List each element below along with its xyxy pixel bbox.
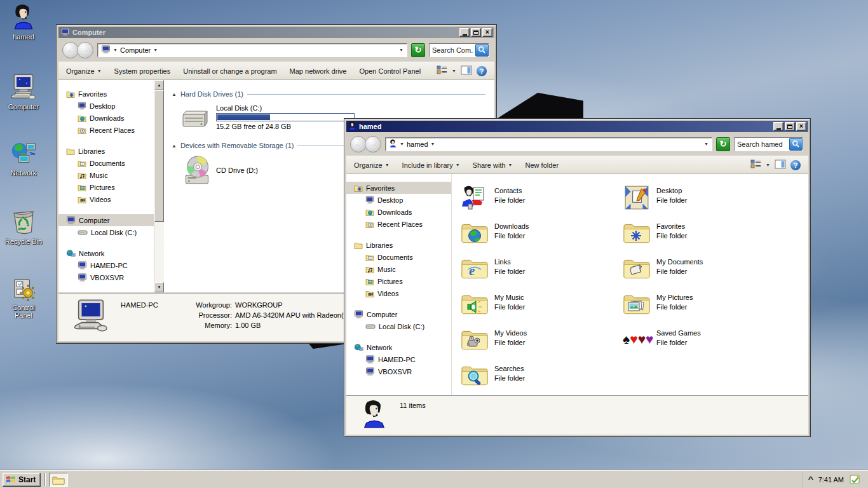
views-dropdown[interactable]: ▼ [766, 163, 770, 167]
sidebar-item-favorites[interactable]: Favorites [346, 182, 451, 194]
sidebar-item-network[interactable]: Network [346, 341, 451, 353]
toolbar-open-control-panel[interactable]: Open Control Panel [359, 67, 421, 75]
dropdown-arrow-icon: ▼ [97, 69, 102, 73]
scroll-down-button[interactable]: ▼ [154, 282, 164, 292]
search-icon[interactable] [789, 138, 803, 151]
sidebar-item-computer[interactable]: Computer [58, 214, 154, 226]
sidebar-item-downloads[interactable]: Downloads [58, 112, 154, 124]
minimize-button[interactable] [459, 28, 470, 37]
sidebar-item-desktop[interactable]: Desktop [346, 194, 451, 206]
sidebar-item-hamed-pc[interactable]: HAMED-PC [346, 353, 451, 365]
sidebar-item-network[interactable]: Network [58, 247, 154, 259]
scroll-track[interactable] [154, 222, 164, 282]
search-input[interactable] [735, 139, 789, 150]
sidebar-item-computer[interactable]: Computer [346, 308, 451, 320]
sidebar-item-pictures[interactable]: Pictures [58, 181, 154, 193]
file-tile-searches[interactable]: SearchesFile folder [461, 361, 613, 390]
sidebar-item-vboxsvr[interactable]: VBOXSVR [58, 271, 154, 283]
help-icon[interactable]: ? [790, 160, 801, 170]
sidebar-item-recent-places[interactable]: Recent Places [346, 218, 451, 230]
toolbar-new-folder[interactable]: New folder [526, 161, 559, 169]
close-button[interactable]: × [482, 28, 492, 37]
hamed-address-field[interactable]: ▼ hamed ▼ ▼ [385, 137, 712, 151]
scroll-thumb[interactable] [154, 90, 164, 222]
show-hidden-icons-chevron[interactable]: ^ [808, 476, 813, 483]
address-history-dropdown[interactable]: ▼ [704, 142, 709, 146]
toolbar-map-network-drive[interactable]: Map network drive [290, 67, 347, 75]
file-tile-downloads[interactable]: DownloadsFile folder [461, 219, 613, 247]
sidebar-item-vboxsvr[interactable]: VBOXSVR [346, 365, 451, 377]
close-button[interactable]: × [796, 122, 806, 131]
computer-titlebar[interactable]: Computer × [58, 27, 494, 38]
sidebar-item-videos[interactable]: Videos [346, 287, 451, 299]
forward-button[interactable]: → [77, 42, 93, 58]
views-dropdown[interactable]: ▼ [452, 69, 456, 73]
sidebar-item-libraries[interactable]: Libraries [58, 145, 154, 157]
minimize-button[interactable] [773, 122, 783, 131]
breadcrumb-dropdown[interactable]: ▼ [431, 142, 435, 146]
start-button[interactable]: Start [3, 473, 41, 487]
sidebar-item-favorites[interactable]: Favorites [58, 88, 154, 100]
toolbar-share-with[interactable]: Share with▼ [473, 161, 513, 169]
toolbar-uninstall-or-change-a-program[interactable]: Uninstall or change a program [183, 67, 276, 75]
breadcrumb-dropdown[interactable]: ▼ [153, 48, 158, 52]
sidebar-item-pictures[interactable]: Pictures [346, 275, 451, 287]
address-history-dropdown[interactable]: ▼ [399, 48, 403, 52]
toolbar-include-in-library[interactable]: Include in library▼ [402, 161, 460, 169]
search-icon[interactable] [475, 44, 489, 57]
computer-address-field[interactable]: ▼ Computer ▼ ▼ [97, 43, 407, 57]
toolbar-organize[interactable]: Organize▼ [354, 161, 390, 169]
sidebar-item-local-disk-c[interactable]: Local Disk (C:) [58, 226, 154, 238]
file-tile-my-documents[interactable]: My DocumentsFile folder [623, 254, 775, 283]
search-input[interactable] [430, 44, 475, 56]
views-icon[interactable] [750, 159, 761, 170]
breadcrumb-icon-dropdown[interactable]: ▼ [113, 48, 118, 52]
sidebar-item-local-disk-c[interactable]: Local Disk (C:) [346, 320, 451, 332]
sidebar-item-downloads[interactable]: Downloads [346, 206, 451, 218]
sidebar-item-libraries[interactable]: Libraries [346, 239, 451, 251]
desktop-icon-control-panel[interactable]: Control Panel [3, 277, 44, 319]
sidebar-item-documents[interactable]: Documents [346, 251, 451, 263]
sidebar-item-music[interactable]: Music [58, 169, 154, 181]
hamed-titlebar[interactable]: hamed × [346, 121, 808, 132]
toolbar-system-properties[interactable]: System properties [114, 67, 171, 75]
preview-pane-icon[interactable] [775, 159, 786, 170]
taskbar-clock[interactable]: 7:41 AM [818, 476, 844, 484]
tray-notification-icon[interactable] [850, 475, 860, 485]
file-tile-saved-games[interactable]: ♠♥♥♥Saved GamesFile folder [623, 325, 775, 354]
refresh-button[interactable]: ↻ [411, 43, 425, 57]
sidebar-item-documents[interactable]: Documents [58, 157, 154, 169]
forward-button[interactable]: → [365, 136, 381, 152]
scroll-up-button[interactable]: ▲ [154, 80, 164, 90]
views-icon[interactable] [437, 65, 447, 76]
sidebar-item-videos[interactable]: Videos [58, 193, 154, 205]
desktop-icon-network[interactable]: Network [3, 141, 44, 177]
file-tile-my-music[interactable]: My MusicFile folder [461, 290, 613, 318]
file-tile-favorites[interactable]: FavoritesFile folder [623, 219, 775, 247]
desktop-icon-hamed[interactable]: hamed [3, 4, 44, 41]
sidebar-item-desktop[interactable]: Desktop [58, 100, 154, 112]
file-tile-links[interactable]: eLinksFile folder [461, 254, 613, 283]
preview-pane-icon[interactable] [461, 65, 472, 76]
sidebar-item-music[interactable]: Music [346, 263, 451, 275]
file-tile-desktop[interactable]: DesktopFile folder [623, 183, 775, 212]
maximize-button[interactable] [785, 122, 795, 131]
breadcrumb-icon-dropdown[interactable]: ▼ [400, 142, 404, 146]
desktop-icon-computer[interactable]: Computer [3, 74, 44, 111]
file-tile-contacts[interactable]: ContactsFile folder [461, 183, 613, 212]
maximize-button[interactable] [471, 28, 481, 37]
explorer-taskbar-button[interactable] [49, 473, 68, 487]
file-tile-my-pictures[interactable]: My PicturesFile folder [623, 290, 775, 318]
file-tile-my-videos[interactable]: My VideosFile folder [461, 325, 613, 354]
toolbar-organize[interactable]: Organize▼ [66, 67, 102, 75]
breadcrumb[interactable]: hamed [407, 140, 428, 148]
group-header-hard-disk-drives-1[interactable]: ▲Hard Disk Drives (1) [172, 90, 485, 98]
refresh-button[interactable]: ↻ [716, 137, 730, 151]
status-user-icon [360, 398, 388, 435]
desktop-icon-recycle-bin[interactable]: Recycle Bin [3, 208, 44, 245]
breadcrumb[interactable]: Computer [120, 46, 151, 54]
sidebar-item-recent-places[interactable]: Recent Places [58, 124, 154, 136]
folder-icon-links: e [461, 254, 489, 283]
help-icon[interactable]: ? [477, 66, 487, 76]
sidebar-item-hamed-pc[interactable]: HAMED-PC [58, 259, 154, 271]
